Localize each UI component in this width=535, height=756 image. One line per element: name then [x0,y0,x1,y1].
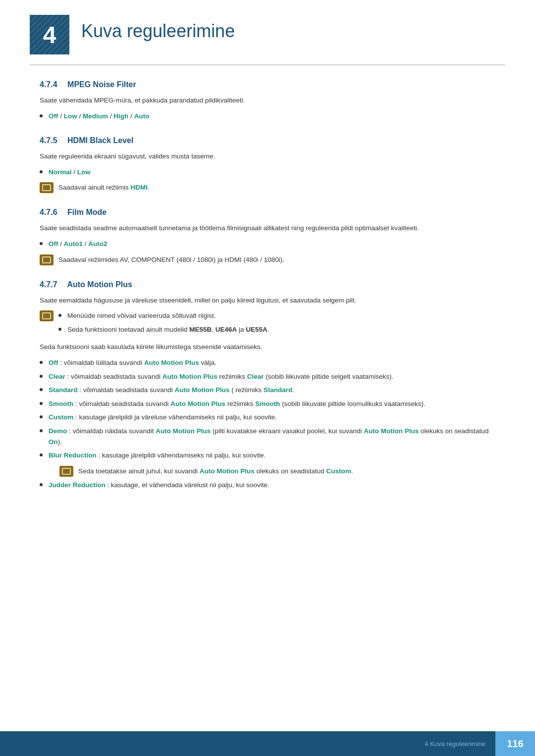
bullet-dot [58,328,61,331]
list-item-standard: Standard : võimaldab seadistada suvandi … [40,385,495,396]
item-label-clear: Clear [49,373,65,380]
option-off-476: Off [49,240,58,248]
judder-list: Judder Reduction : kasutage, et vähendad… [40,480,495,491]
note-477-list: Menüüde nimed võivad varieeruda sõltuval… [58,310,269,335]
ref-amp-2: Auto Motion Plus [162,373,217,380]
item-text-clear: : võimaldab seadistada suvandi Auto Moti… [67,373,394,380]
list-item: Off / Low / Medium / High / Auto [40,111,495,122]
page-footer: 4 Kuva reguleerimine 116 [0,731,535,756]
chapter-number-box: 4 [30,15,69,54]
note-476: Saadaval režiimides AV, COMPONENT (480i … [40,254,495,265]
list-item: Menüüde nimed võivad varieeruda sõltuval… [58,310,269,321]
ref-amp-6: Auto Motion Plus [364,427,419,435]
bullet-dot [40,375,43,378]
list-item-smooth: Smooth : võimaldab seadistada suvandi Au… [40,399,495,409]
item-text-standard: : võimaldab seadistada suvandi Auto Moti… [79,386,294,394]
note-hdmi: HDMI [131,184,148,191]
note-475: Saadaval ainult režiimis HDMI. [40,182,495,193]
item-label-standard: Standard [49,386,78,394]
section-477-usage: Seda funktsiooni saab kasutada kiirete l… [40,342,495,353]
item-text-off: : võimaldab lülitada suvandi Auto Motion… [60,359,216,366]
item-label-blur: Blur Reduction [49,452,97,459]
bullet-dot [40,429,43,432]
list-item: Off / Auto1 / Auto2 [40,239,495,250]
model-me55b: ME55B [189,326,212,333]
page-header: 4 Kuva reguleerimine [30,0,505,64]
note-icon [40,182,54,193]
list-item-demo: Demo : võimaldab näidata suvandit Auto M… [40,426,495,447]
bullet-dot [40,388,43,391]
model-ue46a: UE46A [215,326,237,333]
note-476-text: Saadaval režiimides AV, COMPONENT (480i … [58,254,284,265]
item-text-judder: : kasutage, et vähendada värelust nii pa… [107,481,269,489]
list-item: Seda funktsiooni toetavad ainult mudelid… [58,324,269,335]
ref-smooth: Smooth [255,400,280,407]
bullet-dot [58,314,61,317]
note-477: Menüüde nimed võivad varieeruda sõltuval… [40,310,495,338]
model-ue55a: UE55A [246,326,268,333]
section-474-heading: 4.7.4 MPEG Noise Filter [40,80,495,89]
bullet-dot [40,402,43,405]
note-475-text: Saadaval ainult režiimis HDMI. [58,182,150,193]
option-off: Off [49,112,58,120]
section-476-heading: 4.7.6 Film Mode [40,208,495,217]
footer-page-number: 116 [495,731,535,756]
list-item-judder: Judder Reduction : kasutage, et vähendad… [40,480,495,491]
section-477-desc: Saate eemaldada hägususe ja väreluse sts… [40,295,495,306]
item-text-custom: : kasutage järelpildi ja väreluse vähend… [75,413,277,421]
option-medium: Medium [83,112,108,120]
footer-chapter-ref: 4 Kuva reguleerimine [425,740,495,748]
item-text-smooth: : võimaldab seadistada suvandi Auto Moti… [75,400,426,407]
note-477-lines: Menüüde nimed võivad varieeruda sõltuval… [58,310,269,338]
option-high: High [113,112,128,120]
note-icon-476 [40,254,54,265]
options-475: Normal / Low [49,167,91,178]
bullet-dot [40,454,43,456]
option-auto: Auto [134,112,150,120]
option-low-475: Low [77,168,91,176]
item-text-blur: : kasutage järelpildi vähendamiseks nii … [99,452,266,459]
item-text-demo: : võimaldab näidata suvandit Auto Motion… [49,427,488,446]
section-475-desc: Saate reguleerida ekraani sügavust, vali… [40,151,495,162]
item-label-judder: Judder Reduction [49,481,106,489]
list-item-custom: Custom : kasutage järelpildi ja väreluse… [40,412,495,423]
option-normal: Normal [49,168,72,176]
bullet-dot [40,242,43,245]
header-divider [30,64,505,65]
note-icon-477 [40,310,54,321]
chapter-number: 4 [43,21,56,49]
ref-amp-3: Auto Motion Plus [174,386,229,394]
bullet-dot [40,415,43,418]
option-auto2: Auto2 [88,240,107,248]
main-content: 4.7.4 MPEG Noise Filter Saate vähendada … [40,80,495,525]
list-item-off: Off : võimaldab lülitada suvandi Auto Mo… [40,357,495,368]
section-476-desc: Saate seadistada seadme automaatselt tun… [40,223,495,234]
section-474-desc: Saate vähendada MPEG-müra, et pakkuda pa… [40,95,495,106]
chapter-title: Kuva reguleerimine [81,15,235,42]
ref-amp-5: Auto Motion Plus [156,427,211,435]
bullet-dot [40,483,43,486]
ref-amp-4: Auto Motion Plus [170,400,225,407]
section-474-options-list: Off / Low / Medium / High / Auto [40,111,495,122]
ref-amp-7: Auto Motion Plus [200,467,255,475]
item-label-custom: Custom [49,413,73,421]
ref-custom-note: Custom [326,467,351,475]
section-477-items-list: Off : võimaldab lülitada suvandi Auto Mo… [40,357,495,461]
option-low: Low [64,112,77,120]
note-icon-blur [59,466,73,477]
ref-standard: Standard [264,386,293,394]
item-label-off: Off [49,359,58,366]
bullet-dot [40,114,43,117]
item-label-demo: Demo [49,427,67,435]
note-477-text2: Seda funktsiooni toetavad ainult mudelid… [67,324,269,335]
item-label-smooth: Smooth [49,400,73,407]
options-474: Off / Low / Medium / High / Auto [49,111,149,122]
note-477-text1: Menüüde nimed võivad varieeruda sõltuval… [67,310,215,321]
list-item-clear: Clear : võimaldab seadistada suvandi Aut… [40,371,495,382]
ref-on: On [49,438,58,446]
section-475-options-list: Normal / Low [40,167,495,178]
list-item: Normal / Low [40,167,495,178]
bullet-dot [40,170,43,173]
option-auto1: Auto1 [64,240,83,248]
list-item-blur-reduction: Blur Reduction : kasutage järelpildi väh… [40,450,495,461]
